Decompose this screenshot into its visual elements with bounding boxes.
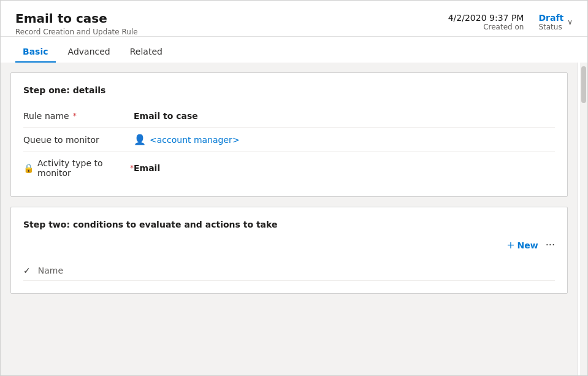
page-container: Email to case Record Creation and Update…: [0, 0, 588, 376]
rule-name-required-star: *: [73, 112, 77, 120]
activity-type-row: 🔒 Activity type to monitor * Email: [23, 152, 555, 184]
right-panel: [578, 63, 587, 375]
created-on-value: 4/2/2020 9:37 PM: [448, 13, 524, 23]
tabs-bar: Basic Advanced Related: [1, 37, 587, 63]
page-title: Email to case: [15, 10, 138, 26]
content-area: Step one: details Rule name * Email to c…: [1, 63, 587, 375]
main-panel: Step one: details Rule name * Email to c…: [1, 63, 578, 375]
activity-type-value[interactable]: Email: [134, 163, 555, 173]
step-two-title: Step two: conditions to evaluate and act…: [23, 220, 278, 229]
scrollbar-track[interactable]: [580, 63, 587, 375]
rule-name-row: Rule name * Email to case: [23, 105, 555, 128]
lock-icon: 🔒: [23, 163, 34, 173]
queue-monitor-row: Queue to monitor 👤 <account manager>: [23, 128, 555, 152]
name-column-header: Name: [38, 266, 63, 275]
rule-name-label: Rule name *: [23, 111, 134, 121]
step-one-card: Step one: details Rule name * Email to c…: [10, 72, 568, 197]
header-left: Email to case Record Creation and Update…: [15, 10, 138, 36]
record-type-label: Record Creation and Update Rule: [15, 28, 138, 36]
rule-name-value[interactable]: Email to case: [134, 111, 555, 121]
tab-advanced[interactable]: Advanced: [61, 42, 118, 63]
step-one-title: Step one: details: [23, 85, 555, 95]
queue-monitor-value[interactable]: 👤 <account manager>: [134, 134, 555, 145]
more-options-icon[interactable]: ···: [546, 239, 555, 251]
tab-related[interactable]: Related: [123, 42, 170, 63]
header-right: 4/2/2020 9:37 PM Created on Draft Status…: [448, 10, 573, 31]
step-two-card: Step two: conditions to evaluate and act…: [10, 207, 568, 294]
tab-basic[interactable]: Basic: [15, 42, 56, 63]
created-on-label: Created on: [483, 23, 524, 31]
queue-icon: 👤: [134, 134, 146, 145]
check-icon: ✓: [23, 266, 31, 275]
status-label: Status: [538, 23, 563, 31]
new-button[interactable]: + New: [506, 239, 538, 251]
plus-icon: +: [506, 239, 514, 251]
status-section: Draft Status ∨: [538, 13, 573, 31]
queue-monitor-label: Queue to monitor: [23, 135, 134, 145]
status-value: Draft: [538, 13, 563, 23]
new-button-label: New: [517, 240, 538, 250]
step-two-header: Step two: conditions to evaluate and act…: [23, 220, 555, 229]
status-chevron-icon[interactable]: ∨: [567, 18, 573, 26]
header: Email to case Record Creation and Update…: [1, 1, 587, 37]
created-on-meta: 4/2/2020 9:37 PM Created on: [448, 13, 524, 31]
table-header-row: ✓ Name: [23, 261, 555, 281]
activity-type-label: 🔒 Activity type to monitor *: [23, 158, 134, 178]
scrollbar-thumb[interactable]: [581, 66, 586, 103]
